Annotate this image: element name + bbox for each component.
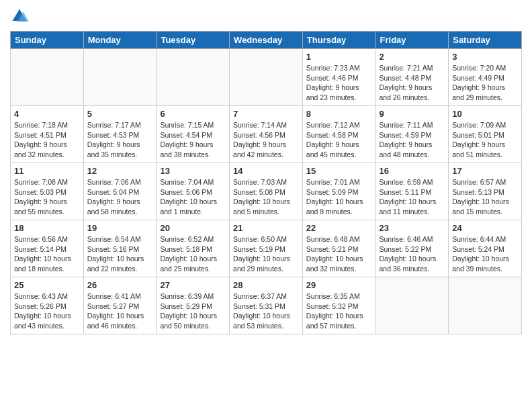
logo <box>10 7 32 26</box>
calendar-cell: 11Sunrise: 7:08 AM Sunset: 5:03 PM Dayli… <box>11 163 84 220</box>
calendar-cell: 1Sunrise: 7:23 AM Sunset: 4:46 PM Daylig… <box>302 49 375 106</box>
page-container: SundayMondayTuesdayWednesdayThursdayFrid… <box>0 0 532 341</box>
day-number: 8 <box>306 109 372 119</box>
weekday-thursday: Thursday <box>302 32 375 49</box>
weekday-tuesday: Tuesday <box>157 32 230 49</box>
week-row-3: 18Sunrise: 6:56 AM Sunset: 5:14 PM Dayli… <box>11 220 522 277</box>
calendar-cell: 22Sunrise: 6:48 AM Sunset: 5:21 PM Dayli… <box>302 220 375 277</box>
day-info: Sunrise: 7:08 AM Sunset: 5:03 PM Dayligh… <box>14 177 80 217</box>
day-info: Sunrise: 7:14 AM Sunset: 4:56 PM Dayligh… <box>233 120 299 160</box>
weekday-friday: Friday <box>375 32 449 49</box>
day-number: 25 <box>14 280 80 290</box>
day-number: 28 <box>233 280 299 290</box>
day-number: 13 <box>160 166 226 176</box>
calendar-cell: 20Sunrise: 6:52 AM Sunset: 5:18 PM Dayli… <box>157 220 230 277</box>
day-info: Sunrise: 6:46 AM Sunset: 5:22 PM Dayligh… <box>380 234 445 274</box>
week-row-0: 1Sunrise: 7:23 AM Sunset: 4:46 PM Daylig… <box>11 49 522 106</box>
day-number: 24 <box>452 223 518 233</box>
day-number: 10 <box>452 109 518 119</box>
calendar-cell: 13Sunrise: 7:04 AM Sunset: 5:06 PM Dayli… <box>157 163 230 220</box>
day-info: Sunrise: 6:50 AM Sunset: 5:19 PM Dayligh… <box>233 234 299 274</box>
calendar-cell: 27Sunrise: 6:39 AM Sunset: 5:29 PM Dayli… <box>157 277 230 334</box>
day-info: Sunrise: 6:35 AM Sunset: 5:32 PM Dayligh… <box>306 291 372 331</box>
calendar-cell: 10Sunrise: 7:09 AM Sunset: 5:01 PM Dayli… <box>449 106 522 163</box>
day-info: Sunrise: 6:56 AM Sunset: 5:14 PM Dayligh… <box>14 234 80 274</box>
calendar-cell <box>230 49 303 106</box>
calendar-cell <box>11 49 84 106</box>
day-number: 14 <box>233 166 299 176</box>
calendar-cell: 29Sunrise: 6:35 AM Sunset: 5:32 PM Dayli… <box>302 277 375 334</box>
calendar-cell: 23Sunrise: 6:46 AM Sunset: 5:22 PM Dayli… <box>375 220 449 277</box>
day-info: Sunrise: 7:06 AM Sunset: 5:04 PM Dayligh… <box>87 177 153 217</box>
day-info: Sunrise: 6:39 AM Sunset: 5:29 PM Dayligh… <box>160 291 226 331</box>
day-number: 18 <box>14 223 80 233</box>
day-number: 29 <box>306 280 372 290</box>
calendar-cell: 14Sunrise: 7:03 AM Sunset: 5:08 PM Dayli… <box>230 163 303 220</box>
day-info: Sunrise: 6:52 AM Sunset: 5:18 PM Dayligh… <box>160 234 226 274</box>
day-number: 26 <box>87 280 153 290</box>
day-number: 20 <box>160 223 226 233</box>
calendar-cell: 6Sunrise: 7:15 AM Sunset: 4:54 PM Daylig… <box>157 106 230 163</box>
calendar-cell: 26Sunrise: 6:41 AM Sunset: 5:27 PM Dayli… <box>83 277 157 334</box>
week-row-2: 11Sunrise: 7:08 AM Sunset: 5:03 PM Dayli… <box>11 163 522 220</box>
day-number: 17 <box>452 166 518 176</box>
calendar-cell: 9Sunrise: 7:11 AM Sunset: 4:59 PM Daylig… <box>375 106 449 163</box>
day-number: 11 <box>14 166 80 176</box>
day-number: 1 <box>306 52 372 62</box>
day-number: 27 <box>160 280 226 290</box>
weekday-saturday: Saturday <box>449 32 522 49</box>
logo-icon <box>10 7 29 26</box>
day-number: 16 <box>380 166 445 176</box>
calendar-cell <box>449 277 522 334</box>
day-number: 5 <box>87 109 153 119</box>
day-number: 6 <box>160 109 226 119</box>
day-number: 15 <box>306 166 372 176</box>
calendar-cell: 2Sunrise: 7:21 AM Sunset: 4:48 PM Daylig… <box>375 49 449 106</box>
day-info: Sunrise: 6:44 AM Sunset: 5:24 PM Dayligh… <box>452 234 518 274</box>
calendar-cell: 17Sunrise: 6:57 AM Sunset: 5:13 PM Dayli… <box>449 163 522 220</box>
day-number: 3 <box>452 52 518 62</box>
week-row-4: 25Sunrise: 6:43 AM Sunset: 5:26 PM Dayli… <box>11 277 522 334</box>
calendar-cell: 25Sunrise: 6:43 AM Sunset: 5:26 PM Dayli… <box>11 277 84 334</box>
day-number: 23 <box>380 223 445 233</box>
day-info: Sunrise: 6:43 AM Sunset: 5:26 PM Dayligh… <box>14 291 80 331</box>
day-info: Sunrise: 7:17 AM Sunset: 4:53 PM Dayligh… <box>87 120 153 160</box>
day-info: Sunrise: 6:54 AM Sunset: 5:16 PM Dayligh… <box>87 234 153 274</box>
day-number: 19 <box>87 223 153 233</box>
day-info: Sunrise: 7:15 AM Sunset: 4:54 PM Dayligh… <box>160 120 226 160</box>
day-number: 21 <box>233 223 299 233</box>
day-info: Sunrise: 7:23 AM Sunset: 4:46 PM Dayligh… <box>306 63 372 103</box>
day-info: Sunrise: 7:12 AM Sunset: 4:58 PM Dayligh… <box>306 120 372 160</box>
day-info: Sunrise: 7:18 AM Sunset: 4:51 PM Dayligh… <box>14 120 80 160</box>
calendar-table: SundayMondayTuesdayWednesdayThursdayFrid… <box>10 31 522 334</box>
calendar-cell: 15Sunrise: 7:01 AM Sunset: 5:09 PM Dayli… <box>302 163 375 220</box>
header <box>10 7 522 26</box>
weekday-wednesday: Wednesday <box>230 32 303 49</box>
day-info: Sunrise: 7:03 AM Sunset: 5:08 PM Dayligh… <box>233 177 299 217</box>
calendar-cell <box>157 49 230 106</box>
weekday-monday: Monday <box>83 32 157 49</box>
day-info: Sunrise: 7:09 AM Sunset: 5:01 PM Dayligh… <box>452 120 518 160</box>
calendar-cell: 7Sunrise: 7:14 AM Sunset: 4:56 PM Daylig… <box>230 106 303 163</box>
calendar-cell <box>375 277 449 334</box>
calendar-cell: 5Sunrise: 7:17 AM Sunset: 4:53 PM Daylig… <box>83 106 157 163</box>
weekday-sunday: Sunday <box>11 32 84 49</box>
week-row-1: 4Sunrise: 7:18 AM Sunset: 4:51 PM Daylig… <box>11 106 522 163</box>
day-info: Sunrise: 6:59 AM Sunset: 5:11 PM Dayligh… <box>380 177 445 217</box>
calendar-cell: 24Sunrise: 6:44 AM Sunset: 5:24 PM Dayli… <box>449 220 522 277</box>
day-number: 9 <box>380 109 445 119</box>
day-info: Sunrise: 7:04 AM Sunset: 5:06 PM Dayligh… <box>160 177 226 217</box>
day-number: 2 <box>380 52 445 62</box>
day-number: 12 <box>87 166 153 176</box>
day-info: Sunrise: 6:48 AM Sunset: 5:21 PM Dayligh… <box>306 234 372 274</box>
calendar-cell: 8Sunrise: 7:12 AM Sunset: 4:58 PM Daylig… <box>302 106 375 163</box>
calendar-cell <box>83 49 157 106</box>
day-info: Sunrise: 7:20 AM Sunset: 4:49 PM Dayligh… <box>452 63 518 103</box>
day-number: 7 <box>233 109 299 119</box>
day-number: 4 <box>14 109 80 119</box>
calendar-cell: 18Sunrise: 6:56 AM Sunset: 5:14 PM Dayli… <box>11 220 84 277</box>
day-info: Sunrise: 7:11 AM Sunset: 4:59 PM Dayligh… <box>380 120 445 160</box>
weekday-header-row: SundayMondayTuesdayWednesdayThursdayFrid… <box>11 32 522 49</box>
calendar-cell: 12Sunrise: 7:06 AM Sunset: 5:04 PM Dayli… <box>83 163 157 220</box>
day-info: Sunrise: 6:37 AM Sunset: 5:31 PM Dayligh… <box>233 291 299 331</box>
